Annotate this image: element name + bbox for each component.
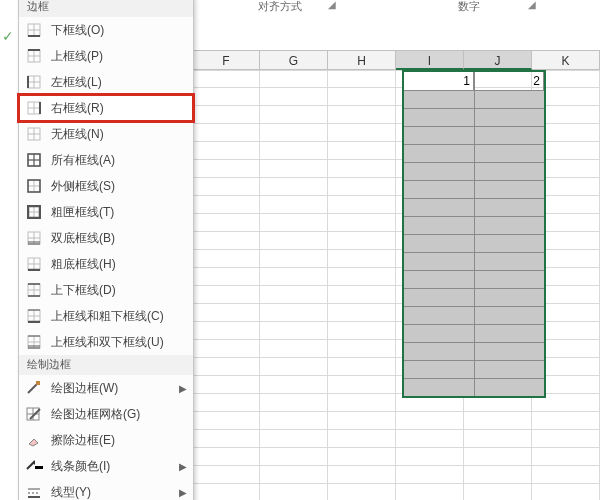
dialog-launcher-icon[interactable]: ◢: [528, 0, 538, 9]
cell[interactable]: [464, 124, 532, 142]
cell[interactable]: [260, 268, 328, 286]
cell[interactable]: [464, 250, 532, 268]
cell[interactable]: [260, 70, 328, 88]
cell[interactable]: [192, 142, 260, 160]
cell[interactable]: [396, 304, 464, 322]
cell[interactable]: [396, 178, 464, 196]
cell[interactable]: [328, 412, 396, 430]
cell[interactable]: [328, 88, 396, 106]
menu-item-linestyle[interactable]: 线型(Y)▶: [19, 479, 193, 500]
cell[interactable]: [464, 106, 532, 124]
cell[interactable]: [532, 106, 600, 124]
cell[interactable]: [260, 88, 328, 106]
cell[interactable]: [328, 160, 396, 178]
cell[interactable]: [464, 394, 532, 412]
cell[interactable]: [192, 358, 260, 376]
cell[interactable]: [260, 322, 328, 340]
cell[interactable]: [328, 106, 396, 124]
cell[interactable]: [260, 196, 328, 214]
menu-item-topbottom[interactable]: 上下框线(D): [19, 277, 193, 303]
cell[interactable]: [396, 286, 464, 304]
cell[interactable]: [192, 232, 260, 250]
menu-item-left[interactable]: 左框线(L): [19, 69, 193, 95]
cell[interactable]: [532, 142, 600, 160]
cell[interactable]: [532, 160, 600, 178]
cell[interactable]: [396, 358, 464, 376]
cell[interactable]: [192, 214, 260, 232]
menu-item-erase[interactable]: 擦除边框(E): [19, 427, 193, 453]
cell[interactable]: [464, 70, 532, 88]
cell[interactable]: [192, 268, 260, 286]
cell[interactable]: [328, 466, 396, 484]
cell[interactable]: [328, 304, 396, 322]
cell[interactable]: [532, 214, 600, 232]
cell[interactable]: [396, 160, 464, 178]
cell[interactable]: [464, 88, 532, 106]
cell[interactable]: [328, 286, 396, 304]
menu-item-linecolor[interactable]: 线条颜色(I)▶: [19, 453, 193, 479]
cell[interactable]: [328, 484, 396, 500]
cell[interactable]: [464, 358, 532, 376]
cell[interactable]: [464, 412, 532, 430]
menu-item-all[interactable]: 所有框线(A): [19, 147, 193, 173]
cell[interactable]: [396, 430, 464, 448]
cell[interactable]: [464, 286, 532, 304]
cell[interactable]: [260, 484, 328, 500]
cell[interactable]: [532, 484, 600, 500]
cell[interactable]: [464, 214, 532, 232]
cell[interactable]: [396, 448, 464, 466]
cell[interactable]: [328, 376, 396, 394]
cell[interactable]: [260, 106, 328, 124]
cell[interactable]: [464, 430, 532, 448]
cell[interactable]: [532, 70, 600, 88]
cell[interactable]: [396, 106, 464, 124]
cell[interactable]: [396, 142, 464, 160]
cell[interactable]: [192, 250, 260, 268]
cell[interactable]: [532, 466, 600, 484]
cell[interactable]: [464, 322, 532, 340]
cell[interactable]: [396, 124, 464, 142]
cell[interactable]: [328, 448, 396, 466]
cell[interactable]: [464, 304, 532, 322]
cell[interactable]: [532, 340, 600, 358]
cell[interactable]: [328, 70, 396, 88]
cell[interactable]: [464, 268, 532, 286]
cell[interactable]: [396, 394, 464, 412]
cell[interactable]: [328, 232, 396, 250]
cell[interactable]: [192, 376, 260, 394]
cell[interactable]: [260, 412, 328, 430]
menu-item-drawborder[interactable]: 绘图边框(W)▶: [19, 375, 193, 401]
cell[interactable]: [464, 466, 532, 484]
menu-item-topdoublebottom[interactable]: 上框线和双下框线(U): [19, 329, 193, 355]
cell[interactable]: [464, 484, 532, 500]
column-header-j[interactable]: J: [464, 50, 532, 70]
cell[interactable]: [532, 286, 600, 304]
cell[interactable]: [192, 484, 260, 500]
cell[interactable]: [532, 232, 600, 250]
cell[interactable]: [260, 340, 328, 358]
cell[interactable]: [192, 178, 260, 196]
cell[interactable]: [328, 394, 396, 412]
column-header-g[interactable]: G: [260, 50, 328, 70]
cell[interactable]: [192, 106, 260, 124]
cell[interactable]: [396, 412, 464, 430]
menu-item-bottom[interactable]: 下框线(O): [19, 17, 193, 43]
cell-grid[interactable]: [192, 70, 600, 500]
cell[interactable]: [464, 376, 532, 394]
cell[interactable]: [532, 124, 600, 142]
cell[interactable]: [532, 304, 600, 322]
cell[interactable]: [328, 124, 396, 142]
cell[interactable]: [260, 448, 328, 466]
cell[interactable]: [396, 268, 464, 286]
cell[interactable]: [192, 466, 260, 484]
cell[interactable]: [396, 88, 464, 106]
checkmark-icon[interactable]: ✓: [2, 28, 14, 44]
cell[interactable]: [260, 358, 328, 376]
cell[interactable]: [396, 484, 464, 500]
cell[interactable]: [192, 304, 260, 322]
cell[interactable]: [260, 142, 328, 160]
dialog-launcher-icon[interactable]: ◢: [328, 0, 338, 9]
menu-item-thick[interactable]: 粗匣框线(T): [19, 199, 193, 225]
cell[interactable]: [396, 340, 464, 358]
cell[interactable]: [260, 124, 328, 142]
